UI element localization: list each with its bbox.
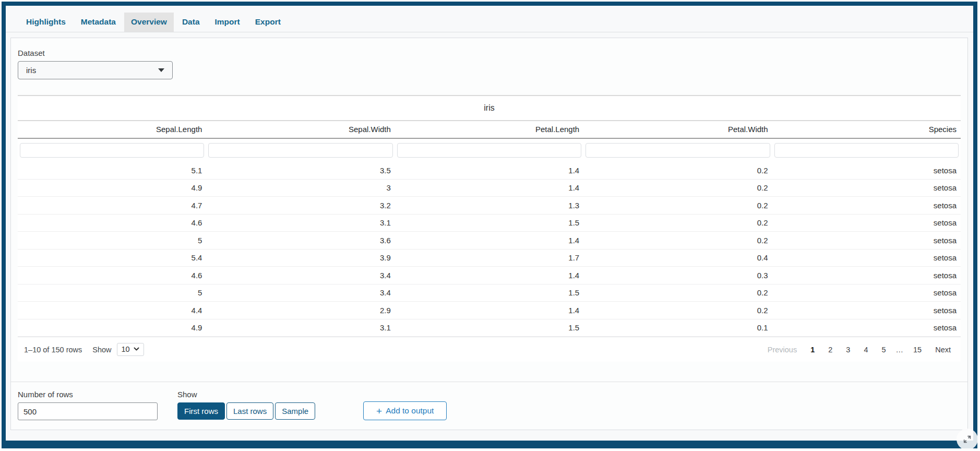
table-row: 4.6 3.4 1.4 0.3 setosa [18, 267, 961, 284]
cell: 1.4 [395, 166, 583, 175]
cell: 0.2 [583, 288, 772, 297]
tab-data[interactable]: Data [175, 13, 207, 32]
section-divider [11, 382, 967, 382]
column-header-petal-width[interactable]: Petal.Width [583, 121, 772, 138]
row-count-info: 1–10 of 150 rows [24, 346, 82, 354]
previous-page-button[interactable]: Previous [764, 343, 800, 356]
cell: setosa [772, 218, 961, 227]
number-of-rows-label: Number of rows [18, 390, 158, 399]
output-controls: Number of rows Show First rows Last rows… [18, 390, 961, 420]
add-to-output-label: Add to output [386, 406, 434, 416]
cell: 2.9 [206, 306, 395, 315]
cell: 1.7 [395, 253, 583, 262]
table-row: 5 3.6 1.4 0.2 setosa [18, 232, 961, 250]
page-button-5[interactable]: 5 [878, 343, 889, 356]
cell: setosa [772, 288, 961, 297]
tab-bar: Highlights Metadata Overview Data Import… [6, 6, 973, 32]
cell: 0.2 [583, 183, 772, 192]
chevron-down-icon [134, 347, 139, 351]
cell: 4.7 [18, 201, 206, 210]
column-header-sepal-width[interactable]: Sepal.Width [206, 121, 395, 138]
page-button-4[interactable]: 4 [860, 343, 871, 356]
cell: 3.6 [206, 236, 395, 245]
dataset-selected-value: iris [26, 66, 36, 75]
cell: setosa [772, 253, 961, 262]
column-header-sepal-length[interactable]: Sepal.Length [18, 121, 206, 138]
page-button-3[interactable]: 3 [842, 343, 854, 356]
tab-metadata[interactable]: Metadata [74, 13, 123, 32]
filter-input-sepal-width[interactable] [208, 143, 392, 158]
caret-down-icon [158, 68, 164, 72]
last-rows-button[interactable]: Last rows [226, 402, 273, 420]
cell: 4.9 [18, 183, 206, 192]
sample-button[interactable]: Sample [275, 402, 315, 420]
cell: 0.4 [583, 253, 772, 262]
cell: setosa [772, 236, 961, 245]
number-of-rows-field: Number of rows [18, 390, 158, 420]
cell: setosa [772, 323, 961, 332]
table-row: 5.1 3.5 1.4 0.2 setosa [18, 162, 961, 180]
cell: 1.3 [395, 201, 583, 210]
cell: 5.1 [18, 166, 206, 175]
add-to-output-button[interactable]: + Add to output [363, 401, 447, 420]
show-mode-label: Show [177, 390, 317, 399]
cell: 3.5 [206, 166, 395, 175]
cell: 3.1 [206, 218, 395, 227]
cell: 1.5 [395, 323, 583, 332]
page-button-1[interactable]: 1 [807, 343, 818, 356]
cell: 0.1 [583, 323, 772, 332]
overview-panel: Dataset iris iris Sepal.Length Sepal.Wid… [10, 38, 968, 430]
filter-input-sepal-length[interactable] [20, 143, 204, 158]
show-mode-field: Show First rows Last rows Sample [177, 390, 317, 420]
cell: 5 [18, 236, 206, 245]
next-page-button[interactable]: Next [931, 343, 954, 356]
table-title: iris [18, 96, 961, 121]
cell: 3.4 [206, 271, 395, 280]
tab-overview[interactable]: Overview [124, 13, 174, 32]
page-ellipsis: … [896, 346, 904, 354]
number-of-rows-input[interactable] [18, 402, 158, 420]
plus-icon: + [376, 406, 382, 416]
tab-highlights[interactable]: Highlights [19, 13, 73, 32]
cell: 1.4 [395, 271, 583, 280]
tab-import[interactable]: Import [208, 13, 247, 32]
table-filter-row [18, 139, 961, 162]
page-button-2[interactable]: 2 [824, 343, 836, 356]
table-row: 4.7 3.2 1.3 0.2 setosa [18, 197, 961, 215]
cell: setosa [772, 201, 961, 210]
add-to-output-wrapper: + Add to output [363, 401, 447, 420]
app-frame: Highlights Metadata Overview Data Import… [2, 2, 977, 448]
tab-export[interactable]: Export [248, 13, 288, 32]
page-size-select[interactable]: 10 [117, 343, 144, 356]
table-row: 4.4 2.9 1.4 0.2 setosa [18, 302, 961, 319]
cell: 5 [18, 288, 206, 297]
fullscreen-button[interactable] [957, 429, 978, 450]
column-header-species[interactable]: Species [772, 121, 961, 138]
page-size-value: 10 [122, 345, 130, 353]
cell: setosa [772, 183, 961, 192]
cell: setosa [772, 306, 961, 315]
column-header-petal-length[interactable]: Petal.Length [395, 121, 583, 138]
first-rows-button[interactable]: First rows [177, 402, 225, 420]
expand-icon [963, 435, 972, 444]
table-row: 5 3.4 1.5 0.2 setosa [18, 284, 961, 302]
cell: 3.1 [206, 323, 395, 332]
cell: 1.5 [395, 218, 583, 227]
cell: 0.2 [583, 201, 772, 210]
cell: setosa [772, 271, 961, 280]
filter-input-petal-length[interactable] [397, 143, 581, 158]
cell: 1.4 [395, 236, 583, 245]
cell: 4.9 [18, 323, 206, 332]
filter-input-petal-width[interactable] [585, 143, 770, 158]
cell: 5.4 [18, 253, 206, 262]
cell: 3 [206, 183, 395, 192]
cell: 1.4 [395, 306, 583, 315]
cell: 1.4 [395, 183, 583, 192]
filter-input-species[interactable] [774, 143, 959, 158]
page-size-label: Show [92, 346, 111, 354]
cell: 4.6 [18, 271, 206, 280]
table-header-row: Sepal.Length Sepal.Width Petal.Length Pe… [18, 121, 961, 139]
page-button-15[interactable]: 15 [910, 343, 925, 356]
dataset-select[interactable]: iris [18, 61, 173, 79]
table-row: 4.9 3 1.4 0.2 setosa [18, 180, 961, 197]
